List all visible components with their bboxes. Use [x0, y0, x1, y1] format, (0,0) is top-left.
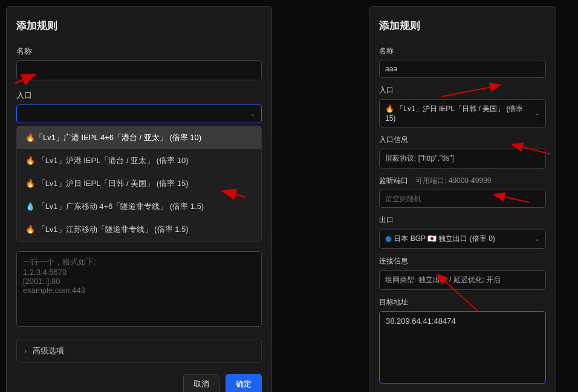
- exit-label: 出口: [379, 215, 546, 225]
- entry-select[interactable]: 🔥 「Lv1」沪日 IEPL「日韩 / 美国」 (倍率 15) ⌄: [379, 99, 546, 127]
- dropdown-item[interactable]: 🔥 「Lv1」江苏移动「隧道非专线」 (倍率 1.5): [17, 218, 261, 241]
- advanced-options-toggle[interactable]: › 高级选项: [16, 339, 262, 363]
- entry-info-label: 入口信息: [379, 135, 546, 145]
- entry-info-box: 屏蔽协议: ["http","tls"]: [379, 149, 546, 169]
- fire-icon: 🔥: [25, 225, 35, 234]
- dialog-add-rule-right: 添加规则 名称 入口 🔥 「Lv1」沪日 IEPL「日韩 / 美国」 (倍率 1…: [369, 6, 556, 392]
- name-label: 名称: [16, 46, 262, 57]
- dropdown-item[interactable]: 💧 「Lv1」广东移动 4+6「隧道非专线」 (倍率 1.5): [17, 195, 261, 218]
- fire-icon: 🔥: [25, 179, 35, 188]
- target-textarea[interactable]: [16, 251, 262, 327]
- chevron-down-icon: ⌄: [534, 235, 540, 243]
- confirm-button[interactable]: 确定: [226, 374, 262, 392]
- dialog-add-rule-left: 添加规则 名称 入口 ⌄ 🔥「Lv1」广港 IEPL 4+6「港台 / 亚太」 …: [6, 6, 272, 392]
- fire-icon: 🔥: [25, 133, 35, 142]
- dropdown-item[interactable]: 🔥 「Lv1」沪港 IEPL「港台 / 亚太」 (倍率 10): [17, 149, 261, 172]
- dropdown-item[interactable]: 🔥「Lv1」广港 IEPL 4+6「港台 / 亚太」 (倍率 10): [17, 126, 261, 149]
- fire-icon: 🔥: [385, 104, 394, 113]
- name-label: 名称: [379, 46, 546, 56]
- cancel-button[interactable]: 取消: [183, 374, 219, 392]
- dialog-title: 添加规则: [379, 19, 546, 33]
- name-input[interactable]: [379, 60, 546, 78]
- fire-icon: 🔥: [25, 156, 35, 165]
- name-input[interactable]: [16, 60, 262, 80]
- chevron-down-icon: ⌄: [250, 110, 255, 118]
- chevron-down-icon: ⌄: [534, 109, 540, 117]
- entry-label: 入口: [379, 85, 546, 95]
- water-drop-icon: 💧: [25, 202, 35, 211]
- chevron-right-icon: ›: [24, 347, 27, 355]
- circle-icon: 🔵: [385, 236, 392, 242]
- target-textarea[interactable]: [379, 311, 546, 384]
- conn-info-box: 组网类型: 独立出口 / 延迟优化: 开启: [379, 270, 546, 290]
- exit-select[interactable]: 🔵 日本 BGP 🇯🇵 独立出口 (倍率 0) ⌄: [379, 229, 546, 249]
- dialog-title: 添加规则: [16, 19, 262, 33]
- entry-select[interactable]: ⌄: [16, 104, 262, 123]
- listen-port-label: 监听端口: [379, 176, 408, 186]
- target-label: 目标地址: [379, 297, 546, 307]
- dropdown-item[interactable]: 🔥 「Lv1」沪日 IEPL「日韩 / 美国」 (倍率 15): [17, 172, 261, 195]
- conn-info-label: 连接信息: [379, 256, 546, 266]
- entry-dropdown[interactable]: 🔥「Lv1」广港 IEPL 4+6「港台 / 亚太」 (倍率 10) 🔥 「Lv…: [16, 126, 262, 242]
- available-port-hint: 可用端口: 40000-49999: [415, 176, 491, 186]
- entry-label: 入口: [16, 90, 262, 101]
- listen-port-input[interactable]: [379, 190, 546, 208]
